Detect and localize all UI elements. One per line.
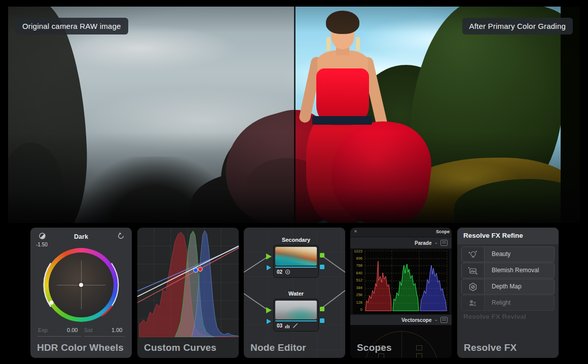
hero-graded-half bbox=[295, 7, 580, 223]
node1-thumbnail bbox=[275, 247, 317, 266]
pen-icon bbox=[292, 323, 298, 329]
scale-tick: 768 bbox=[356, 264, 362, 267]
vectorscope-target bbox=[416, 353, 422, 358]
parade-dropdown[interactable]: Parade bbox=[415, 240, 431, 246]
node2-output-rgb bbox=[320, 307, 324, 311]
exp-value[interactable]: 0.00 bbox=[67, 327, 78, 333]
curve-point-red[interactable] bbox=[198, 267, 202, 271]
fx-item-label: Beauty bbox=[485, 247, 510, 262]
scope-settings-icon[interactable] bbox=[440, 240, 448, 246]
panel-custom-curves: Custom Curves bbox=[137, 228, 239, 358]
panel-title-hdr: HDR Color Wheels bbox=[37, 342, 124, 353]
scale-tick: 128 bbox=[356, 301, 362, 304]
node2-strip: 03 bbox=[275, 321, 317, 330]
fx-item-label: Blemish Removal bbox=[485, 263, 539, 278]
vectorscope-dropdown[interactable]: Vectorscope bbox=[401, 317, 431, 323]
scale-tick: 1023 bbox=[354, 249, 362, 253]
depth-map-icon bbox=[462, 279, 485, 294]
fx-category-header: Resolve FX Refine bbox=[463, 232, 523, 239]
node1-number: 02 bbox=[277, 269, 282, 275]
fx-item-label: Depth Map bbox=[485, 279, 522, 294]
fx-item-label: Relight bbox=[485, 296, 510, 310]
scale-tick: 896 bbox=[356, 257, 362, 260]
dress-belt bbox=[312, 116, 372, 125]
scale-tick: 512 bbox=[356, 278, 362, 282]
chevron-down-icon[interactable]: ⌄ bbox=[434, 240, 438, 245]
wheel-label: Dark bbox=[30, 233, 132, 240]
graded-label-badge: After Primary Color Grading bbox=[462, 18, 573, 34]
parade-red bbox=[365, 261, 391, 311]
fx-item-blemish-removal[interactable]: Blemish Removal bbox=[461, 263, 555, 278]
vectorscope-toolbar: Vectorscope ⌄ bbox=[350, 315, 452, 325]
bars-icon bbox=[285, 323, 290, 329]
sat-label: Sat bbox=[84, 327, 93, 333]
blemish-removal-icon bbox=[462, 263, 485, 278]
hdr-color-wheel[interactable] bbox=[44, 248, 118, 322]
exp-slider[interactable] bbox=[38, 336, 81, 337]
sat-slider[interactable] bbox=[84, 336, 125, 337]
photo-scene-graded bbox=[295, 7, 580, 223]
node2-input-rgb bbox=[266, 307, 272, 313]
fx-item-beauty[interactable]: Beauty bbox=[461, 246, 555, 262]
scope-window-title: Scope bbox=[436, 229, 450, 234]
curves-graph[interactable] bbox=[137, 228, 239, 337]
node2-number: 03 bbox=[277, 323, 282, 329]
panel-title-scopes: Scopes bbox=[357, 342, 392, 353]
tracker-icon bbox=[285, 269, 290, 275]
earring bbox=[326, 37, 330, 51]
histogram-blue bbox=[192, 231, 239, 337]
sat-value[interactable]: 1.00 bbox=[112, 327, 122, 333]
panel-hdr-color-wheels: Dark -1.50 Exp bbox=[30, 228, 132, 358]
parade-blue bbox=[420, 265, 447, 311]
app-canvas: Original camera RAW image After Primary … bbox=[0, 0, 588, 364]
before-after-split-line[interactable] bbox=[294, 7, 296, 223]
wheel-header: Dark bbox=[30, 232, 132, 242]
scale-tick: 384 bbox=[356, 286, 362, 289]
node1-output-rgb bbox=[320, 253, 324, 258]
waveform-scale: 1023 896 768 640 512 384 256 128 0 bbox=[353, 249, 363, 314]
wheel-range-arcs bbox=[40, 244, 122, 326]
node2-thumbnail bbox=[275, 301, 317, 319]
fx-next-category-header: Resolve FX Revival bbox=[463, 313, 526, 320]
panel-title-nodes: Node Editor bbox=[250, 342, 306, 353]
hero-split-image: Original camera RAW image After Primary … bbox=[8, 7, 580, 223]
parade-green bbox=[393, 264, 419, 311]
hero-raw-half bbox=[8, 7, 295, 223]
arc-handle[interactable] bbox=[49, 301, 53, 305]
node2-card[interactable]: 03 bbox=[273, 299, 319, 332]
earring bbox=[356, 37, 360, 51]
waveform-plot bbox=[364, 250, 448, 314]
panel-resolve-fx: Resolve FX Refine Beauty bbox=[457, 228, 559, 358]
vectorscope-target bbox=[378, 353, 384, 358]
relight-icon bbox=[462, 296, 485, 310]
scale-tick: 256 bbox=[356, 293, 362, 297]
right-edge-shadow bbox=[561, 7, 580, 223]
node2-label: Water bbox=[273, 290, 319, 297]
panel-title-resolve-fx: Resolve FX bbox=[464, 342, 517, 353]
vectorscope-target bbox=[416, 345, 422, 350]
scope-window-titlebar: ✕ Scope bbox=[350, 228, 452, 237]
scale-tick: 0 bbox=[360, 308, 362, 311]
curve-point-blue[interactable] bbox=[194, 268, 198, 272]
woman-hair bbox=[326, 11, 359, 34]
parade-toolbar: Parade ⌄ bbox=[350, 237, 452, 248]
node1-input-key bbox=[267, 265, 271, 270]
fx-item-depth-map[interactable]: Depth Map bbox=[461, 279, 555, 295]
node1-card[interactable]: 02 bbox=[273, 245, 319, 278]
fx-item-relight[interactable]: Relight bbox=[461, 295, 555, 311]
reset-icon[interactable] bbox=[117, 232, 125, 240]
rgb-parade-waveform: 1023 896 768 640 512 384 256 128 0 bbox=[353, 249, 449, 314]
photo-scene-raw bbox=[8, 7, 295, 223]
node1-label: Secondary bbox=[273, 237, 319, 243]
panel-node-editor: Secondary 02 Water 03 bbox=[244, 228, 345, 358]
scope-settings-icon[interactable] bbox=[440, 317, 448, 323]
node2-input-key bbox=[267, 319, 271, 324]
raw-label-badge: Original camera RAW image bbox=[15, 18, 128, 34]
panel-scopes: ✕ Scope Parade ⌄ 1023 896 768 640 512 38… bbox=[350, 228, 452, 358]
node1-output-key bbox=[320, 265, 324, 269]
node2-output-key bbox=[320, 318, 324, 323]
exp-label: Exp bbox=[38, 327, 48, 333]
close-icon[interactable]: ✕ bbox=[354, 229, 357, 234]
chevron-down-icon[interactable]: ⌄ bbox=[434, 317, 438, 322]
scale-tick: 640 bbox=[356, 271, 362, 275]
